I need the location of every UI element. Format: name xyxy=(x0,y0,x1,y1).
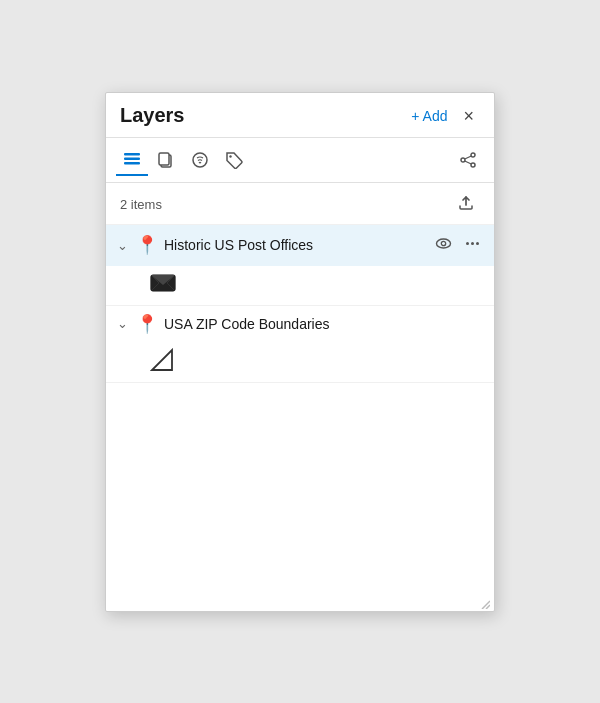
svg-line-10 xyxy=(465,156,472,159)
copy-icon xyxy=(157,151,175,169)
layer-row-1[interactable]: ⌄ 📍 Historic US Post Offices xyxy=(106,225,494,266)
tag-icon xyxy=(225,151,243,169)
svg-point-15 xyxy=(471,242,474,245)
share-icon xyxy=(459,151,477,169)
items-count-row: 2 items xyxy=(106,183,494,225)
svg-rect-0 xyxy=(124,153,140,156)
layer-actions-1 xyxy=(430,232,486,259)
items-count-label: 2 items xyxy=(120,197,162,212)
layer-item-2: ⌄ 📍 USA ZIP Code Boundaries xyxy=(106,306,494,383)
resize-handle[interactable] xyxy=(106,593,494,611)
chevron-layer1[interactable]: ⌄ xyxy=(114,238,130,253)
add-button[interactable]: + Add xyxy=(405,104,453,128)
svg-point-13 xyxy=(441,241,445,245)
toolbar xyxy=(106,138,494,183)
close-button[interactable]: × xyxy=(457,103,480,129)
layer-icon-2: 📍 xyxy=(136,313,158,335)
svg-line-11 xyxy=(465,161,472,164)
visibility-button-1[interactable] xyxy=(430,232,457,259)
legend-icon-2 xyxy=(150,358,174,375)
polygon-svg xyxy=(150,348,174,372)
ellipsis-icon-1 xyxy=(464,235,481,252)
layer-name-1: Historic US Post Offices xyxy=(164,237,424,253)
panel-header: Layers + Add × xyxy=(106,93,494,138)
svg-point-7 xyxy=(471,153,475,157)
svg-rect-1 xyxy=(124,157,140,160)
resize-icon xyxy=(476,595,490,609)
legend-row-1 xyxy=(106,266,494,305)
legend-icon-1 xyxy=(150,276,176,298)
list-icon xyxy=(123,150,141,168)
envelope-svg xyxy=(150,272,176,294)
share-button[interactable] xyxy=(452,144,484,176)
list-view-button[interactable] xyxy=(116,144,148,176)
filter-icon xyxy=(191,151,209,169)
layer-row-2[interactable]: ⌄ 📍 USA ZIP Code Boundaries xyxy=(106,306,494,342)
upload-button[interactable] xyxy=(452,190,480,219)
chevron-layer2[interactable]: ⌄ xyxy=(114,316,130,331)
svg-rect-2 xyxy=(124,162,140,165)
svg-point-14 xyxy=(466,242,469,245)
header-actions: + Add × xyxy=(405,103,480,129)
svg-point-12 xyxy=(437,239,451,248)
svg-rect-4 xyxy=(159,153,169,165)
layers-panel: Layers + Add × xyxy=(105,92,495,612)
svg-point-6 xyxy=(229,155,231,157)
svg-marker-20 xyxy=(152,350,172,370)
svg-line-22 xyxy=(486,605,490,609)
tag-button[interactable] xyxy=(218,144,250,176)
upload-icon xyxy=(456,192,476,212)
filter-button[interactable] xyxy=(184,144,216,176)
svg-point-16 xyxy=(476,242,479,245)
more-button-1[interactable] xyxy=(459,232,486,259)
eye-icon-1 xyxy=(435,235,452,252)
layer-name-2: USA ZIP Code Boundaries xyxy=(164,316,486,332)
toolbar-right xyxy=(452,144,484,176)
legend-row-2 xyxy=(106,342,494,382)
panel-title: Layers xyxy=(120,104,185,127)
copy-button[interactable] xyxy=(150,144,182,176)
layer-icon-1: 📍 xyxy=(136,234,158,256)
svg-point-9 xyxy=(461,158,465,162)
svg-line-21 xyxy=(482,601,490,609)
svg-point-8 xyxy=(471,163,475,167)
layer-item-1: ⌄ 📍 Historic US Post Offices xyxy=(106,225,494,306)
